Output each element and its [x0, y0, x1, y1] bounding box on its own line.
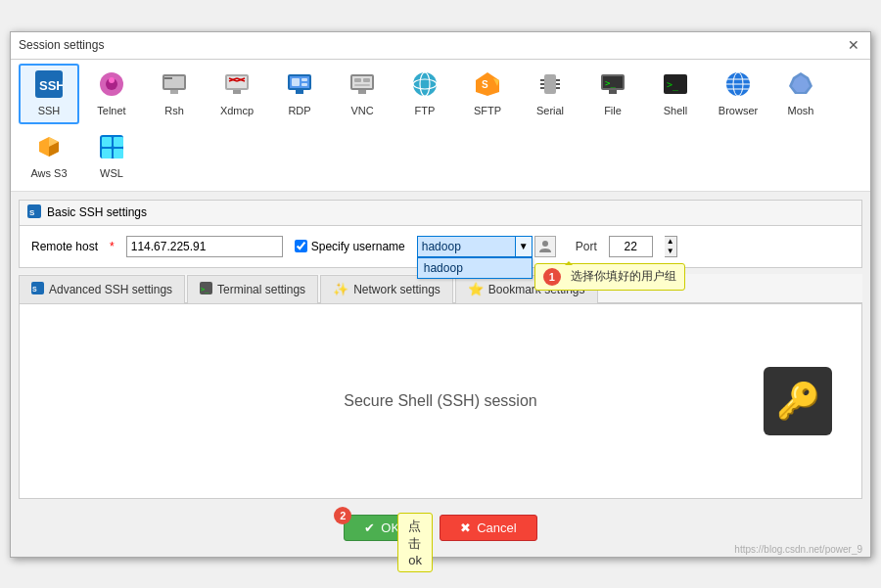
sftp-icon: S — [474, 70, 501, 102]
telnet-icon — [98, 70, 125, 102]
ok-button-wrapper: 2 点击ok ✔ OK — [344, 515, 420, 541]
rdp-icon — [286, 70, 313, 102]
tooltip-text-1: 选择你填好的用户组 — [571, 268, 676, 285]
tab-label-advanced-ssh: Advanced SSH settings — [49, 283, 172, 296]
awss3-icon — [35, 133, 63, 164]
toolbar-item-ssh[interactable]: SSH SSH — [19, 64, 79, 124]
specify-username-checkbox-label[interactable]: Specify username — [295, 240, 405, 253]
toolbar-item-awss3[interactable]: Aws S3 — [19, 126, 79, 187]
title-bar: Session settings ✕ — [11, 32, 870, 60]
svg-rect-34 — [544, 74, 556, 94]
svg-rect-15 — [233, 90, 241, 94]
toolbar-item-ftp[interactable]: FTP — [394, 64, 455, 124]
svg-text:>_: >_ — [605, 78, 616, 88]
dialog-title: Session settings — [19, 38, 104, 52]
toolbar-label-vnc: VNC — [350, 105, 373, 116]
rsh-icon — [161, 70, 188, 102]
port-input[interactable] — [609, 236, 653, 257]
toolbar-item-file[interactable]: >_ File — [582, 64, 643, 124]
close-button[interactable]: ✕ — [845, 36, 862, 54]
required-marker: * — [110, 240, 115, 253]
footer-tooltip-ok: 点击ok — [397, 513, 433, 572]
session-settings-dialog: Session settings ✕ SSH SSH Telnet — [10, 31, 871, 558]
toolbar-label-sftp: SFTP — [474, 105, 501, 116]
svg-rect-27 — [358, 90, 366, 94]
terminal-tab-icon: >_ — [200, 282, 212, 297]
port-spin-down[interactable]: ▼ — [665, 247, 676, 256]
svg-rect-60 — [102, 149, 112, 158]
specify-username-checkbox[interactable] — [295, 240, 307, 252]
toolbar-label-wsl: WSL — [100, 167, 123, 179]
toolbar-item-sftp[interactable]: S SFTP — [457, 64, 518, 124]
tab-label-network: Network settings — [353, 283, 440, 296]
specify-username-label: Specify username — [311, 240, 405, 253]
ok-label: OK — [381, 520, 399, 535]
key-icon: 🔑 — [764, 367, 832, 435]
toolbar-item-wsl[interactable]: WSL — [81, 126, 142, 187]
svg-point-64 — [542, 241, 548, 247]
basic-ssh-icon: S — [27, 204, 41, 221]
toolbar-item-rsh[interactable]: Rsh — [144, 64, 205, 124]
port-spin-up[interactable]: ▲ — [665, 237, 676, 247]
toolbar-label-ssh: SSH — [38, 105, 61, 116]
toolbar-item-telnet[interactable]: Telnet — [81, 64, 142, 124]
svg-rect-24 — [354, 78, 361, 82]
toolbar-label-file: File — [604, 105, 622, 116]
toolbar-label-xdmcp: Xdmcp — [220, 105, 254, 116]
toolbar-item-mosh[interactable]: Mosh — [770, 64, 831, 124]
username-dropdown-wrapper: ▼ hadoop 1 选择你填好的用户组 — [417, 236, 556, 257]
dialog-content: S Basic SSH settings Remote host * Speci… — [11, 192, 870, 557]
ssh-icon: SSH — [35, 70, 63, 102]
svg-rect-21 — [296, 90, 303, 94]
svg-rect-44 — [609, 90, 617, 94]
bookmark-tab-icon: ⭐ — [468, 282, 484, 296]
remote-host-label: Remote host — [31, 240, 98, 253]
username-user-icon-button[interactable] — [534, 236, 556, 257]
toolbar-item-browser[interactable]: Browser — [708, 64, 768, 124]
ok-icon: ✔ — [364, 520, 375, 535]
footer-badge-2: 2 — [334, 507, 351, 524]
svg-point-4 — [109, 77, 115, 83]
svg-rect-61 — [114, 149, 123, 158]
basic-ssh-body: Remote host * Specify username ▼ — [20, 226, 861, 267]
toolbar-item-rdp[interactable]: RDP — [269, 64, 330, 124]
toolbar-label-mosh: Mosh — [788, 105, 814, 116]
toolbar-label-browser: Browser — [719, 105, 758, 116]
remote-host-input[interactable] — [126, 236, 283, 257]
wsl-icon — [98, 133, 125, 164]
toolbar-item-serial[interactable]: Serial — [520, 64, 580, 124]
username-input[interactable] — [417, 236, 515, 257]
svg-rect-18 — [292, 78, 300, 86]
toolbar-item-xdmcp[interactable]: Xdmcp — [207, 64, 267, 124]
xdmcp-icon — [223, 70, 251, 102]
toolbar-label-rdp: RDP — [288, 105, 310, 116]
svg-text:S: S — [482, 79, 488, 90]
tab-network[interactable]: ✨ Network settings — [320, 275, 453, 303]
watermark: https://blog.csdn.net/power_9 — [734, 544, 862, 555]
tab-terminal[interactable]: >_ Terminal settings — [187, 275, 318, 303]
toolbar-label-serial: Serial — [536, 105, 564, 116]
cancel-icon: ✖ — [460, 520, 471, 535]
network-tab-icon: ✨ — [333, 282, 348, 296]
cancel-button[interactable]: ✖ Cancel — [440, 515, 536, 541]
ftp-icon — [411, 70, 439, 102]
username-dropdown-arrow[interactable]: ▼ — [515, 236, 533, 257]
toolbar-label-ftp: FTP — [415, 105, 436, 116]
port-label: Port — [576, 240, 597, 253]
shell-icon: >_ — [662, 70, 689, 102]
session-preview-text: Secure Shell (SSH) session — [344, 392, 536, 410]
basic-ssh-section: S Basic SSH settings Remote host * Speci… — [19, 200, 862, 268]
browser-icon — [724, 70, 752, 102]
username-dropdown-list: hadoop — [417, 257, 533, 279]
dialog-footer: 2 点击ok ✔ OK ✖ Cancel — [19, 507, 862, 549]
tab-advanced-ssh[interactable]: S Advanced SSH settings — [19, 275, 185, 303]
toolbar: SSH SSH Telnet Rsh Xdmcp — [11, 60, 870, 192]
svg-text:>_: >_ — [201, 286, 209, 294]
username-option-hadoop[interactable]: hadoop — [418, 258, 532, 278]
session-preview: Secure Shell (SSH) session 🔑 — [19, 303, 862, 499]
toolbar-label-rsh: Rsh — [164, 105, 184, 116]
key-emoji: 🔑 — [776, 381, 820, 422]
toolbar-item-shell[interactable]: >_ Shell — [645, 64, 706, 124]
svg-text:S: S — [32, 286, 37, 293]
toolbar-item-vnc[interactable]: VNC — [332, 64, 393, 124]
